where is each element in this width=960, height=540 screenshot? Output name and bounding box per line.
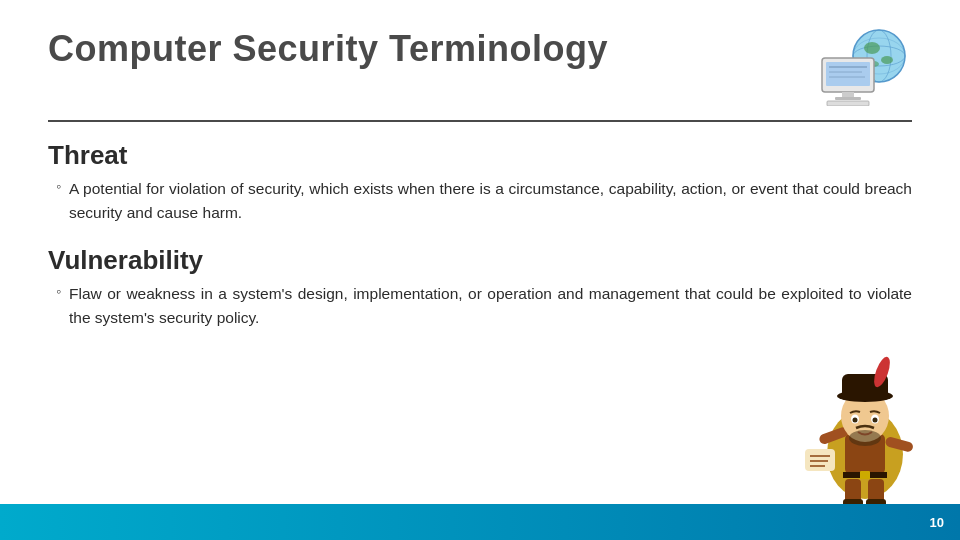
header-area: Computer Security Terminology xyxy=(0,0,960,110)
vulnerability-bullet-1: ◦ Flaw or weakness in a system's design,… xyxy=(48,282,912,330)
top-right-graphic-area xyxy=(817,28,912,110)
bullet-dot-2: ◦ xyxy=(56,283,61,299)
svg-point-36 xyxy=(853,418,858,423)
svg-point-38 xyxy=(849,430,881,446)
svg-point-5 xyxy=(864,42,880,54)
slide-title: Computer Security Terminology xyxy=(48,28,817,69)
page-number: 10 xyxy=(930,515,944,530)
bottom-bar: 10 xyxy=(0,504,960,540)
pirate-svg xyxy=(800,344,930,504)
threat-heading: Threat xyxy=(48,140,912,171)
computer-globe-icon xyxy=(817,28,912,106)
svg-rect-9 xyxy=(826,62,870,86)
vulnerability-section: Vulnerability ◦ Flaw or weakness in a sy… xyxy=(48,245,912,330)
svg-rect-14 xyxy=(835,97,861,100)
title-block: Computer Security Terminology xyxy=(48,28,817,69)
character-illustration xyxy=(800,344,930,504)
svg-point-6 xyxy=(881,56,893,64)
svg-rect-13 xyxy=(842,92,854,97)
content-area: Threat ◦ A potential for violation of se… xyxy=(0,122,960,330)
svg-rect-23 xyxy=(860,471,870,479)
svg-rect-15 xyxy=(827,101,869,106)
vulnerability-bullet-text-1: Flaw or weakness in a system's design, i… xyxy=(69,282,912,330)
vulnerability-heading: Vulnerability xyxy=(48,245,912,276)
svg-rect-25 xyxy=(805,449,835,471)
threat-bullet-1: ◦ A potential for violation of security,… xyxy=(48,177,912,225)
threat-section: Threat ◦ A potential for violation of se… xyxy=(48,140,912,225)
svg-point-37 xyxy=(873,418,878,423)
bullet-dot-1: ◦ xyxy=(56,178,61,194)
threat-bullet-text-1: A potential for violation of security, w… xyxy=(69,177,912,225)
slide-container: Computer Security Terminology xyxy=(0,0,960,540)
